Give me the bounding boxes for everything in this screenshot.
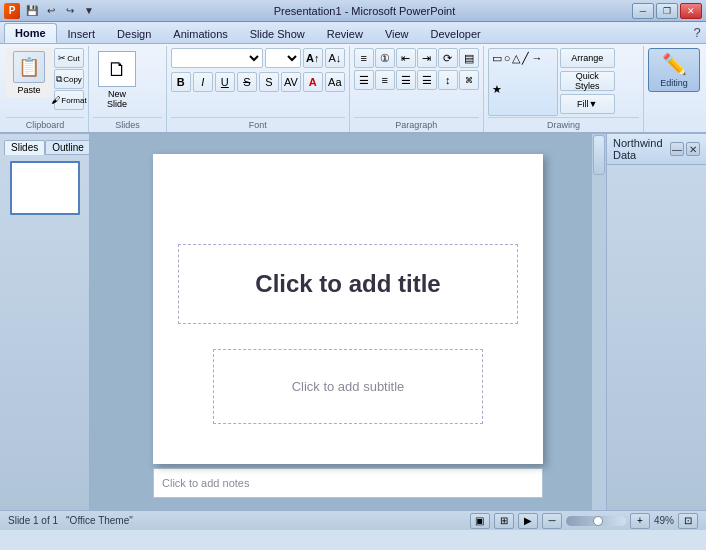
title-bar-left: P 💾 ↩ ↪ ▼	[4, 3, 97, 19]
subtitle-placeholder-text: Click to add subtitle	[292, 379, 405, 394]
shape-fill-button[interactable]: Fill▼	[560, 94, 615, 114]
ribbon-group-paragraph: ≡ ① ⇤ ⇥ ⟳ ▤ ☰ ≡ ☰ ☰ ↕ ⌘ Paragraph	[350, 46, 484, 132]
decrease-indent-button[interactable]: ⇤	[396, 48, 416, 68]
tab-view[interactable]: View	[374, 23, 420, 43]
status-right: ▣ ⊞ ▶ ─ + 49% ⊡	[470, 513, 698, 529]
slide-thumbnail-1[interactable]	[10, 161, 80, 215]
restore-button[interactable]: ❐	[656, 3, 678, 19]
line-spacing-button[interactable]: ↕	[438, 70, 458, 90]
paragraph-label: Paragraph	[354, 117, 479, 130]
bullets-button[interactable]: ≡	[354, 48, 374, 68]
arrange-button[interactable]: Arrange	[560, 48, 615, 68]
window-controls: ─ ❐ ✕	[632, 3, 702, 19]
paragraph-dialog-button[interactable]: ⌘	[459, 70, 479, 90]
zoom-out-button[interactable]: ─	[542, 513, 562, 529]
new-slide-section: 🗋 NewSlide	[93, 48, 141, 112]
fit-slide-button[interactable]: ⊡	[678, 513, 698, 529]
increase-indent-button[interactable]: ⇥	[417, 48, 437, 68]
customize-qa-button[interactable]: ▼	[81, 4, 97, 18]
char-spacing-button[interactable]: AV	[281, 72, 301, 92]
tab-home[interactable]: Home	[4, 23, 57, 43]
shape-arrow[interactable]: →	[531, 52, 542, 81]
justify-button[interactable]: ☰	[417, 70, 437, 90]
right-panel-close[interactable]: ✕	[686, 142, 700, 156]
font-color-button[interactable]: A	[303, 72, 323, 92]
shape-triangle[interactable]: △	[512, 52, 520, 81]
undo-button[interactable]: ↩	[43, 4, 59, 18]
paste-icon: 📋	[13, 51, 45, 83]
help-button[interactable]: ?	[688, 23, 706, 41]
font-row-1: A↑ A↓	[171, 48, 345, 68]
font-content: A↑ A↓ B I U S S AV A Aa	[171, 48, 345, 117]
tab-insert[interactable]: Insert	[57, 23, 107, 43]
text-direction-button[interactable]: ⟳	[438, 48, 458, 68]
tab-developer[interactable]: Developer	[420, 23, 492, 43]
zoom-in-button[interactable]: +	[630, 513, 650, 529]
shadow-button[interactable]: S	[259, 72, 279, 92]
editing-icon: ✏️	[662, 52, 687, 76]
editing-button[interactable]: ✏️ Editing	[648, 48, 700, 92]
numbering-button[interactable]: ①	[375, 48, 395, 68]
slide-canvas[interactable]: Click to add title Click to add subtitle	[153, 154, 543, 464]
right-panel-controls: — ✕	[670, 142, 700, 156]
main-area: Slides Outline ✕ 1 Click to add title Cl…	[0, 134, 706, 510]
tab-slides[interactable]: Slides	[4, 140, 45, 155]
save-button[interactable]: 💾	[24, 4, 40, 18]
clipboard-small-buttons: ✂ Cut ⧉ Copy 🖌 Format	[54, 48, 84, 110]
right-panel-minimize[interactable]: —	[670, 142, 684, 156]
subtitle-placeholder[interactable]: Click to add subtitle	[213, 349, 483, 424]
cut-button[interactable]: ✂ Cut	[54, 48, 84, 68]
tab-slideshow[interactable]: Slide Show	[239, 23, 316, 43]
decrease-font-button[interactable]: A↓	[325, 48, 345, 68]
align-center-button[interactable]: ≡	[375, 70, 395, 90]
app-icon: P	[4, 3, 20, 19]
bold-button[interactable]: B	[171, 72, 191, 92]
tab-animations[interactable]: Animations	[162, 23, 238, 43]
font-label: Font	[171, 117, 345, 130]
underline-button[interactable]: U	[215, 72, 235, 92]
clipboard-label: Clipboard	[6, 117, 84, 130]
format-painter-button[interactable]: 🖌 Format	[54, 90, 84, 110]
notes-area[interactable]: Click to add notes	[153, 468, 543, 498]
slide-sorter-button[interactable]: ⊞	[494, 513, 514, 529]
align-right-button[interactable]: ☰	[396, 70, 416, 90]
panel-tabs: Slides Outline	[4, 140, 90, 155]
tab-review[interactable]: Review	[316, 23, 374, 43]
right-panel-title: Northwind Data	[613, 137, 670, 161]
align-left-button[interactable]: ☰	[354, 70, 374, 90]
zoom-slider[interactable]	[566, 516, 626, 526]
quick-styles-button[interactable]: QuickStyles	[560, 71, 615, 91]
close-button[interactable]: ✕	[680, 3, 702, 19]
font-family-select[interactable]	[171, 48, 263, 68]
shape-rect[interactable]: ▭	[492, 52, 502, 81]
shape-line[interactable]: ╱	[522, 52, 529, 81]
redo-button[interactable]: ↪	[62, 4, 78, 18]
zoom-thumb	[593, 516, 603, 526]
slide-thumb-inner	[15, 166, 74, 211]
vertical-scrollbar[interactable]	[592, 134, 606, 510]
paragraph-content: ≡ ① ⇤ ⇥ ⟳ ▤ ☰ ≡ ☰ ☰ ↕ ⌘	[354, 48, 479, 117]
title-placeholder[interactable]: Click to add title	[178, 244, 518, 324]
font-size-select[interactable]	[265, 48, 301, 68]
paste-button[interactable]: 📋 Paste	[6, 48, 52, 98]
right-panel-header: Northwind Data — ✕	[607, 134, 706, 165]
scroll-thumb[interactable]	[593, 135, 605, 175]
increase-font-button[interactable]: A↑	[303, 48, 323, 68]
new-slide-button[interactable]: 🗋 NewSlide	[93, 48, 141, 112]
drawing-content: ▭ ○ △ ╱ → ★ Arrange QuickStyles Fill▼	[488, 48, 615, 117]
tab-outline[interactable]: Outline	[45, 140, 90, 155]
slideshow-button[interactable]: ▶	[518, 513, 538, 529]
copy-button[interactable]: ⧉ Copy	[54, 69, 84, 89]
title-bar: P 💾 ↩ ↪ ▼ Presentation1 - Microsoft Powe…	[0, 0, 706, 22]
font-change-case-button[interactable]: Aa	[325, 72, 345, 92]
shape-oval[interactable]: ○	[504, 52, 511, 81]
columns-button[interactable]: ▤	[459, 48, 479, 68]
shape-star[interactable]: ★	[492, 83, 502, 112]
italic-button[interactable]: I	[193, 72, 213, 92]
normal-view-button[interactable]: ▣	[470, 513, 490, 529]
ribbon-group-clipboard: 📋 Paste ✂ Cut ⧉ Copy 🖌 Format Clipboard	[2, 46, 89, 132]
tab-design[interactable]: Design	[106, 23, 162, 43]
minimize-button[interactable]: ─	[632, 3, 654, 19]
status-bar: Slide 1 of 1 "Office Theme" ▣ ⊞ ▶ ─ + 49…	[0, 510, 706, 530]
strikethrough-button[interactable]: S	[237, 72, 257, 92]
